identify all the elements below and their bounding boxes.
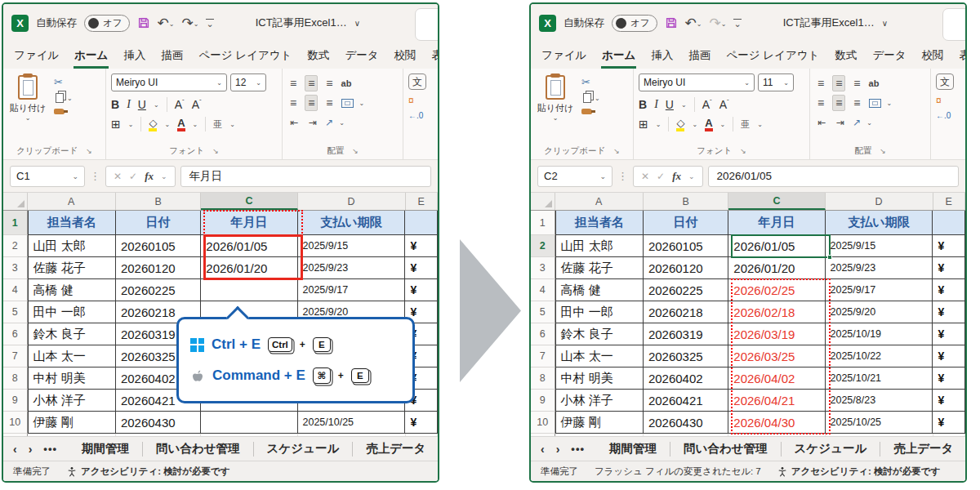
row-number-6[interactable]: 6 bbox=[3, 323, 28, 345]
align-middle-button[interactable]: ≡ bbox=[832, 75, 845, 91]
empty-cell[interactable] bbox=[826, 434, 933, 436]
fx-dropdown-icon[interactable]: ⌄ bbox=[161, 172, 167, 180]
cell-D9[interactable]: 2025/8/23 bbox=[826, 390, 933, 412]
redo-button[interactable]: ↷⌄ bbox=[182, 16, 199, 30]
row-number-1[interactable]: 1 bbox=[3, 211, 28, 235]
menu-tab-1[interactable]: ホーム bbox=[74, 48, 109, 69]
fx-dropdown-icon[interactable]: ⌄ bbox=[688, 172, 695, 180]
empty-cell[interactable] bbox=[728, 434, 825, 436]
sheet-tab-1[interactable]: 問い合わせ管理 bbox=[143, 442, 254, 457]
cell-D2[interactable]: 2025/9/15 bbox=[826, 235, 933, 257]
decrease-indent-button[interactable]: ⇤ bbox=[815, 116, 828, 129]
fill-color-dropdown-icon[interactable]: ⌄ bbox=[692, 121, 697, 128]
bold-button[interactable]: B bbox=[639, 98, 647, 111]
cell-C3[interactable]: 2026/01/20 bbox=[201, 257, 297, 279]
cell-D10[interactable]: 2025/10/25 bbox=[826, 412, 933, 434]
column-header-E[interactable]: E bbox=[933, 193, 965, 210]
cell-C8[interactable]: 2026/04/02 bbox=[728, 368, 825, 390]
cell-E7[interactable]: ¥ bbox=[933, 345, 965, 368]
font-size-select[interactable]: 11 ⌄ bbox=[758, 74, 794, 91]
orientation-dropdown-icon[interactable]: ⌄ bbox=[866, 119, 872, 127]
align-left-button[interactable]: ≡ bbox=[815, 96, 826, 110]
text-format-button[interactable]: 文 bbox=[408, 74, 426, 90]
merge-center-button[interactable] bbox=[869, 99, 881, 108]
cell-A5[interactable]: 田中 一郎 bbox=[555, 301, 644, 323]
cut-button[interactable]: ✂ bbox=[581, 77, 600, 87]
cell-E2[interactable]: ¥ bbox=[933, 235, 965, 257]
cell-A6[interactable]: 鈴木 良子 bbox=[555, 323, 644, 345]
paste-button[interactable]: 貼り付け ⌄ bbox=[536, 74, 575, 145]
empty-cell[interactable] bbox=[201, 434, 297, 436]
menu-tab-1[interactable]: ホーム bbox=[601, 48, 636, 69]
underline-button[interactable]: U bbox=[138, 98, 146, 111]
cell-C4[interactable]: 2026/02/25 bbox=[728, 279, 825, 301]
cell-A10[interactable]: 伊藤 剛 bbox=[555, 412, 644, 434]
menu-tab-6[interactable]: データ bbox=[871, 48, 906, 69]
menu-tab-3[interactable]: 描画 bbox=[160, 48, 184, 69]
row-number-10[interactable]: 10 bbox=[3, 412, 28, 434]
underline-button[interactable]: U bbox=[666, 98, 674, 111]
sheet-tab-0[interactable]: 期間管理 bbox=[596, 442, 670, 457]
cell-B7[interactable]: 20260325 bbox=[644, 345, 728, 368]
cell-C6[interactable]: 2026/03/19 bbox=[728, 323, 825, 345]
customize-qat-button[interactable]: ⌄ bbox=[206, 19, 213, 28]
borders-dropdown-icon[interactable]: ⌄ bbox=[656, 121, 662, 128]
increase-indent-button[interactable]: ⇥ bbox=[306, 116, 319, 129]
all-sheets-button[interactable]: ••• bbox=[571, 443, 585, 455]
cell-A4[interactable]: 高橋 健 bbox=[28, 279, 116, 301]
cell-D7[interactable]: 2025/10/22 bbox=[826, 345, 933, 368]
empty-cell[interactable] bbox=[298, 434, 406, 436]
cell-A2[interactable]: 山田 太郎 bbox=[28, 235, 116, 257]
paste-dropdown-icon[interactable]: ⌄ bbox=[553, 114, 559, 122]
italic-button[interactable]: I bbox=[127, 98, 131, 111]
cell-B10[interactable]: 20260430 bbox=[116, 412, 201, 434]
phonetic-dropdown-icon[interactable]: ⌄ bbox=[229, 121, 235, 128]
fill-color-button[interactable]: ◇ bbox=[676, 118, 684, 131]
cell-D6[interactable]: 2025/10/19 bbox=[826, 323, 933, 345]
cell-E5[interactable]: ¥ bbox=[933, 301, 965, 323]
borders-button[interactable]: ⊞ bbox=[111, 118, 121, 131]
align-right-button[interactable]: ≡ bbox=[323, 96, 335, 110]
phonetic-dropdown-icon[interactable]: ⌄ bbox=[757, 121, 763, 128]
cell-B2[interactable]: 20260105 bbox=[644, 235, 728, 257]
cell-A9[interactable]: 小林 洋子 bbox=[555, 390, 644, 412]
alignment-dialog-launcher-icon[interactable]: ↘ bbox=[352, 147, 359, 155]
cell-E10[interactable]: ¥ bbox=[933, 412, 965, 434]
sheet-tab-2[interactable]: スケジュール bbox=[254, 442, 354, 457]
menu-tab-8[interactable]: 表示 bbox=[959, 48, 967, 69]
cell-C2[interactable]: 2026/01/05 bbox=[201, 235, 297, 257]
menu-tab-5[interactable]: 数式 bbox=[834, 48, 858, 69]
cell-A8[interactable]: 中村 明美 bbox=[28, 368, 116, 390]
fill-color-dropdown-icon[interactable]: ⌄ bbox=[164, 121, 170, 128]
cell-E2[interactable]: ¥ bbox=[405, 235, 438, 257]
customize-qat-button[interactable]: ⌄ bbox=[733, 19, 741, 28]
menu-tab-3[interactable]: 描画 bbox=[688, 48, 711, 69]
save-button[interactable] bbox=[665, 16, 678, 29]
grow-font-button[interactable]: Aˆ bbox=[702, 98, 712, 111]
wrap-text-button[interactable]: ab bbox=[869, 78, 880, 88]
cell-C7[interactable]: 2026/03/25 bbox=[728, 345, 825, 368]
cell-A8[interactable]: 中村 明美 bbox=[555, 368, 644, 390]
cell-C1[interactable]: 年月日 bbox=[201, 211, 297, 235]
cell-E8[interactable]: ¥ bbox=[933, 368, 965, 390]
column-header-B[interactable]: B bbox=[116, 193, 201, 210]
cancel-entry-button[interactable]: ✕ bbox=[641, 171, 649, 182]
borders-dropdown-icon[interactable]: ⌄ bbox=[128, 121, 134, 128]
row-number-7[interactable]: 7 bbox=[531, 345, 555, 368]
confirm-entry-button[interactable]: ✓ bbox=[657, 171, 665, 182]
column-header-C[interactable]: C bbox=[728, 193, 825, 210]
align-center-button[interactable]: ≡ bbox=[832, 95, 845, 111]
cell-A3[interactable]: 佐藤 花子 bbox=[28, 257, 116, 279]
copy-button[interactable] bbox=[56, 93, 64, 103]
cell-D4[interactable]: 2025/9/17 bbox=[826, 279, 933, 301]
clipboard-dialog-launcher-icon[interactable]: ↘ bbox=[86, 147, 92, 155]
currency-format-button[interactable]: ¤ bbox=[936, 95, 967, 106]
copy-button[interactable] bbox=[583, 93, 591, 103]
row-number-4[interactable]: 4 bbox=[531, 279, 555, 301]
phonetic-guide-button[interactable]: 亜 bbox=[741, 118, 750, 131]
select-all-corner[interactable] bbox=[531, 193, 555, 210]
text-format-button[interactable]: 文 bbox=[936, 74, 954, 90]
decrease-decimal-button[interactable]: ←.0 bbox=[408, 111, 439, 120]
cell-C4[interactable] bbox=[201, 279, 297, 301]
copy-dropdown-icon[interactable]: ⌄ bbox=[595, 95, 600, 102]
